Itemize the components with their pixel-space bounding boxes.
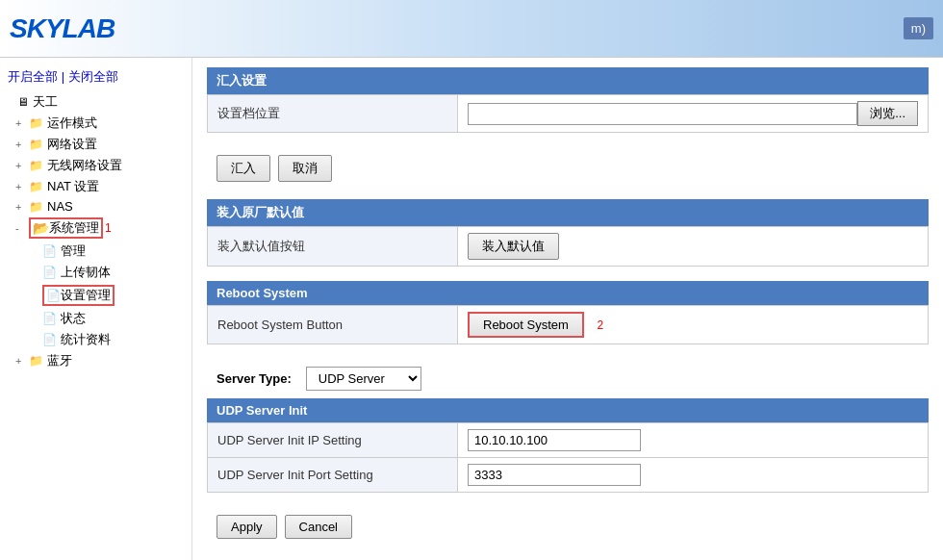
toggle-icon: + [15, 181, 27, 192]
table-row: 装入默认值按钮 装入默认值 [208, 227, 929, 267]
factory-label: 装入默认值按钮 [208, 227, 458, 267]
import-table: 设置档位置 浏览... [207, 94, 929, 133]
factory-section-header: 装入原厂默认值 [207, 199, 929, 226]
content: 汇入设置 设置档位置 浏览... 汇入 取消 装入原厂默认 [192, 58, 943, 560]
apply-button[interactable]: Apply [217, 515, 277, 539]
sidebar-label: 状态 [61, 310, 86, 327]
browse-row: 浏览... [468, 101, 918, 126]
folder-icon: 📁 [29, 354, 43, 368]
import-section: 汇入设置 设置档位置 浏览... 汇入 取消 [207, 67, 929, 190]
import-section-header: 汇入设置 [207, 67, 929, 94]
header: SKYLAB m) [0, 0, 943, 58]
table-row: Reboot System Button Reboot System 2 [208, 306, 929, 344]
cancel-button[interactable]: 取消 [278, 155, 332, 182]
doc-icon: 📄 [42, 333, 57, 346]
sidebar-label: 上传韧体 [61, 264, 111, 281]
toggle-icon: + [15, 355, 27, 367]
monitor-icon: 🖥 [17, 95, 29, 109]
import-label: 设置档位置 [208, 95, 458, 133]
sidebar-label: 设置管理 [61, 287, 111, 304]
sidebar-label: 网络设置 [47, 136, 97, 153]
top-links: 开启全部 | 关闭全部 [0, 63, 191, 91]
sidebar-item-nat[interactable]: + 📁 NAT 设置 [0, 176, 191, 197]
sidebar-label: 无线网络设置 [47, 157, 122, 174]
reboot-table: Reboot System Button Reboot System 2 [207, 305, 929, 344]
sidebar-item-upload-firmware[interactable]: 📄 上传韧体 [0, 262, 191, 283]
server-type-label: Server Type: [217, 371, 292, 386]
table-row: UDP Server Init Port Setting [208, 458, 929, 493]
toggle-icon: + [15, 201, 27, 213]
sidebar-item-statistics[interactable]: 📄 统计资料 [0, 329, 191, 350]
sidebar-item-network[interactable]: + 📁 网络设置 [0, 134, 191, 155]
udp-section-header: UDP Server Init [207, 398, 929, 422]
udp-table: UDP Server Init IP Setting UDP Server In… [207, 422, 929, 493]
reboot-system-button[interactable]: Reboot System [468, 312, 584, 338]
annotation-1: 1 [105, 221, 112, 235]
factory-btn-cell: 装入默认值 [458, 227, 929, 267]
logo-sky: SKY [10, 13, 63, 43]
udp-ip-label: UDP Server Init IP Setting [208, 423, 458, 458]
main-layout: 开启全部 | 关闭全部 🖥 天工 + 📁 运作模式 + 📁 网络设置 + 📁 无… [0, 58, 943, 560]
browse-button[interactable]: 浏览... [857, 101, 918, 126]
sidebar: 开启全部 | 关闭全部 🖥 天工 + 📁 运作模式 + 📁 网络设置 + 📁 无… [0, 58, 192, 560]
udp-ip-input[interactable] [468, 429, 641, 451]
factory-table: 装入默认值按钮 装入默认值 [207, 226, 929, 267]
cancel2-button[interactable]: Cancel [285, 515, 352, 539]
logo: SKYLAB [10, 13, 115, 44]
sidebar-label: 统计资料 [61, 331, 111, 348]
browse-input[interactable] [468, 103, 857, 125]
sidebar-label: 天工 [33, 93, 58, 111]
udp-port-input[interactable] [468, 464, 641, 486]
toggle-icon: - [15, 222, 27, 234]
sidebar-item-manage[interactable]: 📄 管理 [0, 241, 191, 262]
folder-icon: 📁 [29, 159, 43, 172]
sidebar-item-nas[interactable]: + 📁 NAS [0, 197, 191, 216]
sidebar-item-tiangong[interactable]: 🖥 天工 [0, 91, 191, 113]
reboot-btn-cell: Reboot System 2 [458, 306, 929, 344]
doc-icon: 📄 [42, 244, 57, 258]
browse-cell: 浏览... [458, 95, 929, 133]
reboot-label: Reboot System Button [208, 306, 458, 344]
doc-icon: 📄 [42, 312, 57, 325]
sidebar-label: NAS [47, 199, 73, 214]
sidebar-label: 运作模式 [47, 115, 97, 132]
user-indicator: m) [904, 17, 933, 39]
doc-icon: 📄 [42, 266, 57, 279]
sidebar-item-wireless[interactable]: + 📁 无线网络设置 [0, 155, 191, 176]
toggle-icon: + [15, 160, 27, 171]
udp-ip-cell [458, 423, 929, 458]
udp-port-label: UDP Server Init Port Setting [208, 458, 458, 493]
link-separator: | [62, 69, 64, 84]
reboot-section: Reboot System Reboot System Button Reboo… [207, 281, 929, 344]
load-default-button[interactable]: 装入默认值 [468, 233, 559, 260]
sidebar-label: 管理 [61, 242, 86, 260]
reboot-section-header: Reboot System [207, 281, 929, 305]
folder-icon: 📁 [29, 116, 43, 130]
table-row: 设置档位置 浏览... [208, 95, 929, 133]
table-row: UDP Server Init IP Setting [208, 423, 929, 458]
folder-open-icon: 📂 [33, 220, 49, 236]
udp-section: UDP Server Init UDP Server Init IP Setti… [207, 398, 929, 547]
folder-icon: 📁 [29, 200, 43, 214]
factory-section: 装入原厂默认值 装入默认值按钮 装入默认值 [207, 199, 929, 267]
doc-icon: 📄 [46, 289, 61, 302]
toggle-icon: + [15, 139, 27, 150]
sidebar-label: 系统管理 [49, 219, 99, 237]
folder-icon: 📁 [29, 180, 43, 193]
toggle-icon: + [15, 117, 27, 129]
sidebar-item-status[interactable]: 📄 状态 [0, 308, 191, 329]
server-type-select[interactable]: UDP Server TCP Server [306, 367, 421, 391]
sidebar-item-operation-mode[interactable]: + 📁 运作模式 [0, 113, 191, 134]
sidebar-item-system-manage[interactable]: - 📂 系统管理 1 [0, 216, 191, 241]
udp-btn-row: Apply Cancel [207, 507, 929, 547]
open-all-link[interactable]: 开启全部 [8, 69, 58, 84]
server-type-row: Server Type: UDP Server TCP Server [207, 359, 929, 398]
sidebar-item-bluetooth[interactable]: + 📁 蓝牙 [0, 350, 191, 371]
import-button[interactable]: 汇入 [217, 155, 270, 182]
sidebar-label: NAT 设置 [47, 178, 99, 195]
close-all-link[interactable]: 关闭全部 [68, 69, 118, 84]
sidebar-label: 蓝牙 [47, 352, 72, 369]
sidebar-item-config-manage[interactable]: 📄 设置管理 [0, 283, 191, 308]
annotation-2: 2 [598, 318, 604, 332]
logo-lab: LAB [63, 13, 115, 43]
